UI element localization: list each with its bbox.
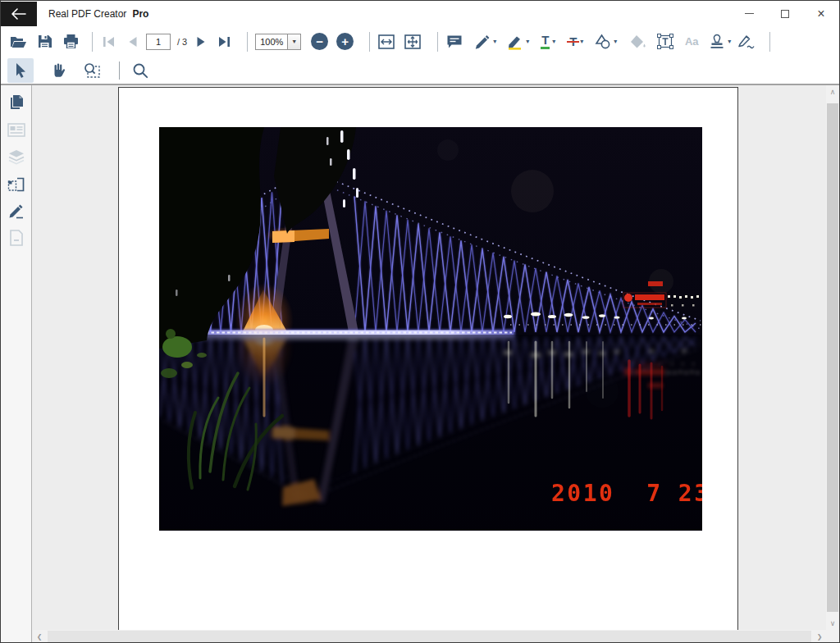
close-button[interactable]: × — [803, 1, 839, 26]
fit-page-icon — [404, 34, 421, 49]
search-button[interactable] — [128, 60, 153, 81]
pdf-viewport[interactable]: 2010 7 23 — [33, 85, 826, 630]
maximize-button[interactable] — [767, 1, 803, 26]
tools-toolbar — [1, 57, 839, 85]
text-box-button[interactable] — [656, 31, 674, 52]
close-icon: × — [817, 7, 824, 21]
fit-page-button[interactable] — [404, 31, 422, 52]
app-title-edition: Pro — [132, 8, 148, 20]
shapes-tool-button[interactable]: ▾ — [595, 31, 617, 52]
sign-panel-icon — [8, 203, 25, 219]
sign-panel-button[interactable] — [4, 202, 29, 220]
toolbar-separator — [119, 62, 120, 80]
next-page-button[interactable] — [192, 31, 210, 52]
signature-tool-button[interactable] — [737, 31, 756, 52]
zoom-combo: ▼ — [255, 34, 301, 50]
print-button[interactable] — [62, 31, 80, 52]
hand-icon — [50, 62, 66, 79]
chevron-down-icon: ▾ — [493, 38, 496, 45]
maximize-icon — [781, 10, 789, 18]
comments-panel-button[interactable] — [4, 121, 29, 139]
scrollbar-corner — [826, 630, 839, 643]
pencil-tool-button[interactable]: ▾ — [473, 31, 496, 52]
marquee-zoom-button[interactable] — [80, 60, 104, 81]
marquee-zoom-icon — [84, 62, 101, 79]
prev-page-icon — [127, 36, 138, 48]
prev-page-button[interactable] — [123, 31, 141, 52]
fit-width-button[interactable] — [377, 31, 395, 52]
zoom-dropdown-button[interactable]: ▼ — [288, 34, 301, 50]
bridge-night-photo: 2010 7 23 — [159, 127, 702, 531]
hand-tool-button[interactable] — [45, 60, 70, 81]
chevron-down-icon: ▾ — [614, 38, 617, 45]
app-title-name: Real PDF Creator — [48, 8, 126, 20]
search-icon — [132, 62, 148, 79]
scroll-down-button[interactable]: ∨ — [826, 617, 839, 630]
minimize-button[interactable] — [731, 1, 767, 26]
toolbar-separator — [769, 32, 770, 52]
zoom-level-input[interactable] — [255, 34, 288, 50]
select-tool-button[interactable] — [7, 58, 34, 83]
scroll-up-icon: ∧ — [830, 88, 836, 96]
last-page-button[interactable] — [215, 31, 233, 52]
chevron-down-icon: ▾ — [728, 38, 731, 45]
window-controls: × — [731, 1, 839, 26]
save-icon — [38, 34, 52, 48]
scroll-up-button[interactable]: ∧ — [826, 85, 839, 98]
pdf-page: 2010 7 23 — [118, 87, 738, 630]
shapes-icon — [595, 34, 611, 49]
font-button[interactable]: Aa — [682, 31, 701, 52]
next-page-icon — [196, 36, 207, 48]
select-cursor-icon — [15, 62, 27, 78]
highlighter-tool-button[interactable]: ▾ — [506, 31, 529, 52]
first-page-button[interactable] — [100, 31, 118, 52]
title-bar: Real PDF Creator Pro × — [1, 1, 839, 26]
strikeout-text-button[interactable]: T ▾ — [567, 31, 585, 52]
page-total-label: / 3 — [177, 37, 187, 47]
notes-panel-button[interactable] — [4, 229, 29, 247]
left-panel-bar — [1, 85, 32, 643]
fit-width-icon — [378, 34, 395, 49]
pages-panel-button[interactable] — [4, 93, 29, 112]
underline-text-button[interactable]: T ▾ — [539, 31, 557, 52]
scroll-right-icon: ❯ — [817, 633, 823, 641]
date-stamp: 2010 7 23 — [551, 480, 702, 507]
stamp-icon — [709, 34, 725, 49]
print-icon — [63, 34, 79, 48]
toolbar-separator — [437, 32, 438, 52]
extract-panel-icon — [7, 176, 25, 192]
strikeout-text-icon: T — [568, 35, 578, 48]
extract-panel-button[interactable] — [4, 175, 29, 193]
stamp-tool-button[interactable]: ▾ — [709, 31, 731, 52]
pencil-icon — [473, 34, 491, 49]
main-toolbar: / 3 ▼ − + — [1, 26, 839, 57]
save-button[interactable] — [35, 31, 53, 52]
scroll-left-button[interactable]: ❮ — [33, 630, 46, 643]
document-area: 2010 7 23 ∧ ∨ ❮ ❯ — [1, 85, 839, 643]
dropdown-arrow-icon: ▼ — [291, 39, 297, 44]
layers-panel-icon — [7, 149, 25, 165]
scroll-right-button[interactable]: ❯ — [813, 630, 826, 643]
fill-color-icon — [629, 34, 646, 49]
zoom-out-button[interactable]: − — [311, 33, 328, 50]
fill-color-button[interactable] — [628, 31, 646, 52]
highlighter-icon — [506, 34, 523, 50]
first-page-icon — [103, 36, 116, 48]
chevron-down-icon: ▾ — [526, 38, 529, 45]
comment-button[interactable] — [445, 31, 463, 52]
layers-panel-button[interactable] — [4, 148, 29, 166]
vertical-scrollbar[interactable]: ∧ ∨ — [826, 85, 839, 630]
horizontal-scrollbar[interactable]: ❮ ❯ — [33, 630, 826, 643]
toolbar-separator — [247, 32, 248, 52]
back-button[interactable] — [1, 2, 37, 26]
toolbar-separator — [92, 32, 93, 52]
vertical-scroll-thumb[interactable] — [827, 103, 838, 612]
open-button[interactable] — [9, 31, 27, 52]
scroll-down-icon: ∨ — [830, 619, 836, 627]
page-number-input[interactable] — [146, 34, 171, 50]
font-icon: Aa — [685, 35, 699, 48]
toolbar-separator — [369, 32, 370, 52]
notes-panel-icon — [9, 230, 24, 246]
zoom-in-button[interactable]: + — [336, 33, 354, 50]
horizontal-scroll-thumb[interactable] — [48, 631, 811, 642]
